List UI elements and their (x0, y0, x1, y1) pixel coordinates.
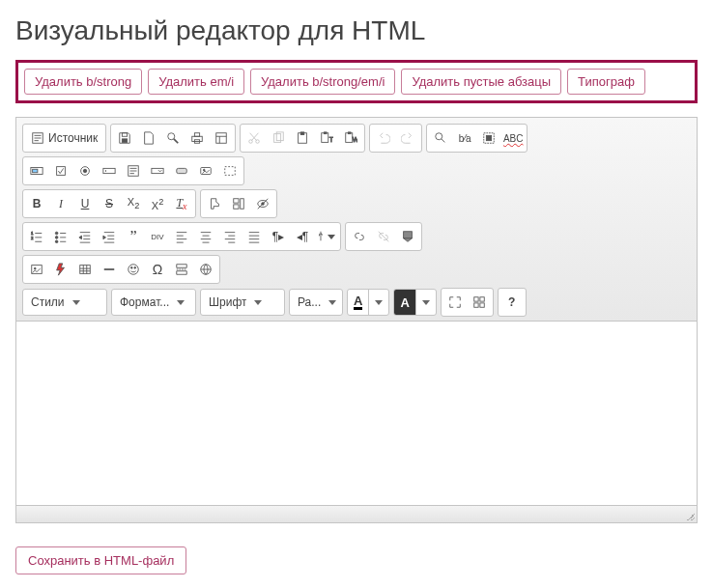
bidi-rtl-button[interactable]: ◂¶ (291, 225, 314, 248)
superscript-button[interactable]: X2 (146, 192, 169, 215)
eye-slash-button[interactable] (251, 192, 274, 215)
find-button[interactable] (429, 126, 452, 150)
checkbox-button[interactable] (49, 159, 72, 182)
smiley-icon (127, 263, 140, 276)
size-combo[interactable]: Ра... (289, 289, 343, 316)
format-combo[interactable]: Формат... (111, 289, 196, 316)
div-button[interactable]: DIV (146, 225, 169, 248)
remove-em-i-button[interactable]: Удалить em/i (148, 69, 244, 95)
save-button[interactable] (113, 126, 136, 150)
select-button[interactable] (146, 159, 169, 182)
show-blocks-2-button[interactable] (468, 291, 491, 314)
checkbox-icon (54, 164, 68, 178)
special-char-button[interactable]: Ω (146, 258, 169, 281)
typograf-button[interactable]: Типограф (567, 69, 645, 95)
iframe-button[interactable] (194, 258, 217, 281)
blockquote-button[interactable]: ” (122, 225, 145, 248)
bold-button[interactable]: B (25, 192, 48, 215)
align-right-button[interactable] (218, 225, 242, 248)
italic-button[interactable]: I (49, 192, 72, 215)
textfield-button[interactable] (98, 159, 121, 182)
chevron-down-icon (72, 300, 80, 305)
svg-point-49 (128, 265, 139, 275)
bidi-ltr-button[interactable]: ¶▸ (267, 225, 290, 248)
remove-empty-paragraphs-button[interactable]: Удалить пустые абзацы (401, 69, 561, 95)
italic-icon: I (59, 197, 63, 211)
svg-rect-45 (404, 232, 413, 238)
page-break-button[interactable] (170, 258, 193, 281)
svg-rect-56 (480, 303, 484, 307)
svg-rect-37 (241, 199, 244, 210)
radio-button[interactable] (73, 159, 97, 182)
image-icon (30, 263, 43, 276)
redo-icon (401, 131, 414, 145)
chevron-down-icon (422, 300, 430, 305)
remove-b-strong-em-i-button[interactable]: Удалить b/strong/em/i (250, 69, 395, 95)
select-all-button[interactable] (477, 126, 500, 150)
cut-icon (247, 131, 261, 145)
subscript-button[interactable]: X2 (122, 192, 145, 215)
svg-rect-13 (300, 132, 304, 135)
outdent-button[interactable] (73, 225, 97, 248)
textarea-icon (127, 164, 140, 178)
replace-button[interactable]: b⁄a (453, 126, 476, 150)
link-icon (353, 230, 366, 243)
show-blocks-button[interactable] (227, 192, 250, 215)
anchor-button[interactable] (396, 225, 419, 248)
text-color-button[interactable]: A (347, 289, 389, 316)
svg-rect-36 (234, 205, 239, 209)
justify-button[interactable] (242, 225, 266, 248)
undo-button[interactable] (372, 126, 395, 150)
strike-button[interactable]: S (98, 192, 121, 215)
new-page-button[interactable] (137, 126, 160, 150)
font-combo[interactable]: Шрифт (200, 289, 285, 316)
preview-button[interactable] (161, 126, 185, 150)
align-left-button[interactable] (170, 225, 193, 248)
print-button[interactable] (185, 126, 209, 150)
copy-button[interactable] (267, 126, 290, 150)
source-button[interactable]: Источник (25, 126, 103, 150)
resize-grip[interactable] (685, 511, 695, 520)
horizontal-rule-button[interactable] (98, 258, 121, 281)
underline-button[interactable]: U (73, 192, 97, 215)
table-button[interactable] (73, 258, 97, 281)
button-button[interactable] (170, 159, 193, 182)
bulleted-list-button[interactable] (49, 225, 72, 248)
language-button[interactable]: 忄 (315, 225, 338, 248)
editor-content-area[interactable] (16, 322, 697, 505)
indent-button[interactable] (98, 225, 121, 248)
link-button[interactable] (348, 225, 371, 248)
imagebutton-button[interactable] (194, 159, 217, 182)
maximize-button[interactable] (443, 291, 467, 314)
svg-point-50 (130, 266, 132, 268)
special-char-icon: Ω (153, 262, 162, 277)
smiley-button[interactable] (122, 258, 145, 281)
image-button[interactable] (25, 258, 48, 281)
flash-button[interactable] (49, 258, 72, 281)
bg-color-button[interactable]: A (393, 289, 436, 316)
svg-rect-35 (234, 199, 239, 203)
textarea-button[interactable] (122, 159, 145, 182)
paste-button[interactable] (291, 126, 314, 150)
save-icon (118, 131, 131, 145)
blockquote-icon: ” (129, 228, 136, 245)
templates-button[interactable] (210, 126, 233, 150)
copy-formatting-button[interactable] (203, 192, 226, 215)
spellcheck-button[interactable]: ABC (501, 126, 525, 150)
align-center-button[interactable] (194, 225, 217, 248)
remove-b-strong-button[interactable]: Удалить b/strong (24, 69, 142, 95)
styles-combo[interactable]: Стили (22, 289, 107, 316)
save-html-file-button[interactable]: Сохранить в HTML-файл (15, 546, 186, 574)
redo-button[interactable] (396, 126, 419, 150)
table-icon (78, 263, 92, 276)
numbered-list-button[interactable]: 12 (25, 225, 48, 248)
paste-word-button[interactable]: W (339, 126, 362, 150)
form-button[interactable] (25, 159, 48, 182)
cut-button[interactable] (242, 126, 266, 150)
remove-format-button[interactable]: Tx (170, 192, 193, 215)
unlink-button[interactable] (372, 225, 395, 248)
hiddenfield-button[interactable] (218, 159, 242, 182)
paste-text-button[interactable]: T (315, 126, 338, 150)
svg-rect-17 (346, 133, 353, 143)
about-button[interactable]: ? (500, 291, 524, 314)
